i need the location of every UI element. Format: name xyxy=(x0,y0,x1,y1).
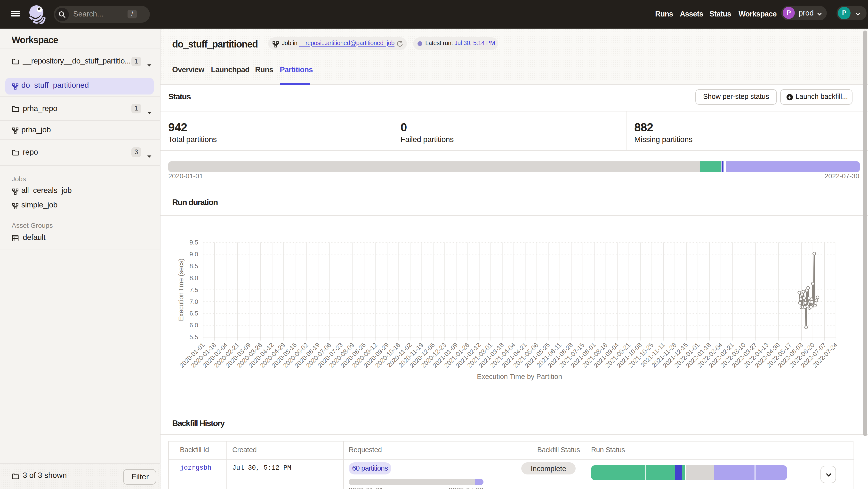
svg-text:7.0: 7.0 xyxy=(189,298,198,305)
svg-text:Execution time (secs): Execution time (secs) xyxy=(178,259,185,321)
svg-text:9.0: 9.0 xyxy=(189,251,198,258)
svg-text:Execution Time by Partition: Execution Time by Partition xyxy=(477,373,562,381)
svg-text:8.5: 8.5 xyxy=(189,262,198,270)
svg-text:6.5: 6.5 xyxy=(189,310,198,317)
svg-text:7.5: 7.5 xyxy=(189,286,198,293)
svg-text:6.0: 6.0 xyxy=(189,322,198,329)
svg-text:9.5: 9.5 xyxy=(189,239,198,246)
svg-text:5.5: 5.5 xyxy=(189,333,198,341)
svg-text:8.0: 8.0 xyxy=(189,274,198,282)
